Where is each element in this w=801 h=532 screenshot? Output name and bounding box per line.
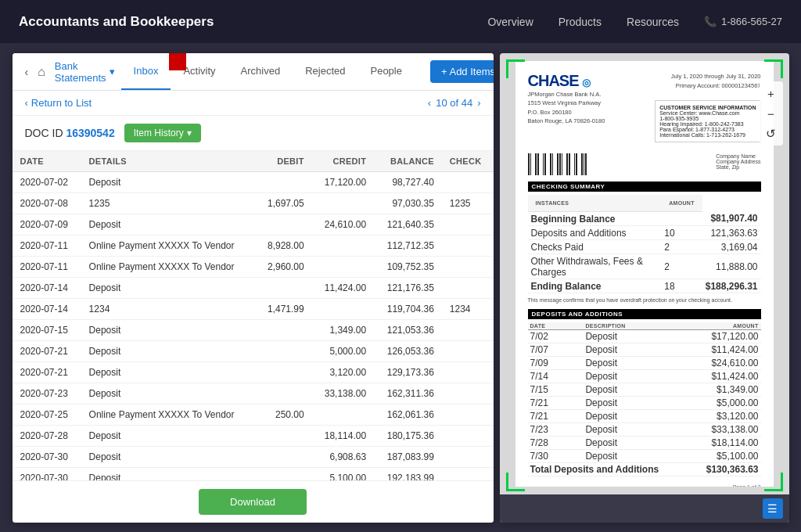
doc-id-label: DOC ID 16390542	[25, 127, 115, 139]
cell-details: Deposit	[81, 362, 256, 383]
download-button[interactable]: Download	[199, 489, 307, 515]
cell-details: Deposit	[81, 447, 256, 468]
cell-debit	[256, 383, 312, 404]
page-label: Page 1 of 2	[528, 484, 761, 487]
add-items-button[interactable]: + Add Items	[430, 60, 494, 83]
col-check: CHECK	[442, 151, 494, 172]
cell-balance: 129,173.36	[374, 362, 442, 383]
cell-check: 1235	[442, 193, 494, 214]
table-row[interactable]: 2020-07-30 Deposit 5,100.00 192,183.99	[13, 468, 494, 481]
corner-tl	[506, 59, 525, 78]
company-info: Company NameCompany AddressState, Zip	[716, 153, 760, 175]
table-row[interactable]: 2020-07-30 Deposit 6,908.63 187,083.99	[13, 447, 494, 468]
cell-debit: 1,697.05	[256, 193, 312, 214]
cell-credit: 18,114.00	[312, 426, 374, 447]
table-row[interactable]: 2020-07-25 Online Payment XXXXX To Vendo…	[13, 404, 494, 426]
chase-address: JPMorgan Chase Bank N.A. 1515 West Virgi…	[528, 90, 605, 125]
preview-bottom-bar: ☰	[500, 494, 789, 523]
table-row[interactable]: 2020-07-14 Deposit 11,424.00 121,176.35	[13, 278, 494, 299]
back-arrow-icon[interactable]: ‹	[25, 66, 29, 78]
cell-date: 2020-07-11	[13, 257, 81, 278]
cell-balance: 126,053.36	[374, 341, 442, 362]
nav-resources[interactable]: Resources	[627, 16, 679, 28]
bank-statements-dropdown[interactable]: Bank Statements ▾	[55, 60, 115, 84]
table-row[interactable]: 2020-07-21 Deposit 3,120.00 129,173.36	[13, 362, 494, 383]
zoom-in-button[interactable]: +	[763, 84, 780, 102]
main-content-area: ‹ ⌂ Bank Statements ▾ Inbox Activity Arc…	[0, 44, 801, 532]
phone-number: 📞 1-866-565-27	[704, 16, 782, 27]
next-page-icon[interactable]: ›	[477, 97, 480, 109]
tab-rejected[interactable]: Rejected	[293, 53, 357, 90]
cell-details: Online Payment XXXXX To Vendor	[81, 235, 256, 257]
table-row[interactable]: 2020-07-02 Deposit 17,120.00 98,727.40	[13, 172, 494, 193]
cell-debit	[256, 320, 312, 341]
summary-row: Ending Balance 18 $188,296.31	[528, 279, 761, 293]
cell-details: Online Payment XXXXX To Vendor	[81, 257, 256, 278]
cell-balance: 162,061.36	[374, 404, 442, 426]
cell-credit: 33,138.00	[312, 383, 374, 404]
table-row[interactable]: 2020-07-28 Deposit 18,114.00 180,175.36	[13, 426, 494, 447]
cell-credit	[312, 235, 374, 257]
cell-date: 2020-07-30	[13, 447, 81, 468]
prev-page-icon[interactable]: ‹	[428, 97, 431, 109]
cell-date: 2020-07-21	[13, 341, 81, 362]
brand-name: Accountants and Bookkeepers	[19, 14, 214, 30]
table-row[interactable]: 2020-07-11 Online Payment XXXXX To Vendo…	[13, 257, 494, 278]
col-details: DETAILS	[81, 151, 256, 172]
barcode-area: Company NameCompany AddressState, Zip	[528, 153, 761, 175]
table-row[interactable]: 2020-07-23 Deposit 33,138.00 162,311.36	[13, 383, 494, 404]
cell-details: Deposit	[81, 468, 256, 481]
cell-check	[442, 257, 494, 278]
table-row[interactable]: 2020-07-14 1234 1,471.99 119,704.36 1234	[13, 299, 494, 320]
document-preview-panel: + − ↺ CHASE ◎ JPMorgan Chase Bank N.A. 1…	[500, 53, 789, 523]
table-row[interactable]: 2020-07-21 Deposit 5,000.00 126,053.36	[13, 341, 494, 362]
cell-debit	[256, 468, 312, 481]
tab-inbox[interactable]: Inbox	[121, 53, 171, 90]
cell-debit: 8,928.00	[256, 235, 312, 257]
table-row[interactable]: 2020-07-08 1235 1,697.05 97,030.35 1235	[13, 193, 494, 214]
cell-debit	[256, 426, 312, 447]
cell-date: 2020-07-25	[13, 404, 81, 426]
cell-date: 2020-07-14	[13, 299, 81, 320]
cell-credit	[312, 193, 374, 214]
cell-balance: 109,752.35	[374, 257, 442, 278]
nav-products[interactable]: Products	[559, 16, 602, 28]
corner-tr	[764, 59, 783, 78]
return-to-list-link[interactable]: ‹ Return to List	[25, 97, 92, 109]
item-history-button[interactable]: Item History ▾	[124, 124, 201, 142]
cell-date: 2020-07-23	[13, 383, 81, 404]
cell-check	[442, 362, 494, 383]
bank-statement-preview: CHASE ◎ JPMorgan Chase Bank N.A. 1515 We…	[515, 61, 774, 487]
cell-balance: 112,712.35	[374, 235, 442, 257]
tab-archived[interactable]: Archived	[228, 53, 293, 90]
table-row[interactable]: 2020-07-09 Deposit 24,610.00 121,640.35	[13, 214, 494, 235]
table-row[interactable]: 2020-07-15 Deposit 1,349.00 121,053.36	[13, 320, 494, 341]
cell-balance: 97,030.35	[374, 193, 442, 214]
cell-debit: 250.00	[256, 404, 312, 426]
cell-date: 2020-07-21	[13, 362, 81, 383]
table-row[interactable]: 2020-07-11 Online Payment XXXXX To Vendo…	[13, 235, 494, 257]
cell-details: Deposit	[81, 278, 256, 299]
transactions-table-container[interactable]: DATE DETAILS DEBIT CREDIT BALANCE CHECK …	[13, 151, 494, 480]
deposits-title: DEPOSITS AND ADDITIONS	[528, 309, 761, 319]
cell-credit: 17,120.00	[312, 172, 374, 193]
cell-date: 2020-07-02	[13, 172, 81, 193]
cell-check	[442, 447, 494, 468]
cell-date: 2020-07-14	[13, 278, 81, 299]
cell-debit	[256, 341, 312, 362]
cell-debit: 2,960.00	[256, 257, 312, 278]
tab-people[interactable]: People	[357, 53, 414, 90]
list-icon: ☰	[767, 502, 778, 515]
rotate-button[interactable]: ↺	[763, 125, 780, 142]
nav-overview[interactable]: Overview	[487, 16, 533, 28]
chevron-down-icon: ▾	[110, 66, 115, 77]
cell-credit: 11,424.00	[312, 278, 374, 299]
document-list-icon-button[interactable]: ☰	[763, 498, 783, 519]
cell-check	[442, 320, 494, 341]
cell-balance: 162,311.36	[374, 383, 442, 404]
home-icon[interactable]: ⌂	[38, 65, 45, 79]
cell-details: Deposit	[81, 383, 256, 404]
transactions-table: DATE DETAILS DEBIT CREDIT BALANCE CHECK …	[13, 151, 494, 480]
panel-navigation: ‹ ⌂ Bank Statements ▾ Inbox Activity Arc…	[13, 53, 494, 91]
zoom-out-button[interactable]: −	[763, 105, 780, 122]
